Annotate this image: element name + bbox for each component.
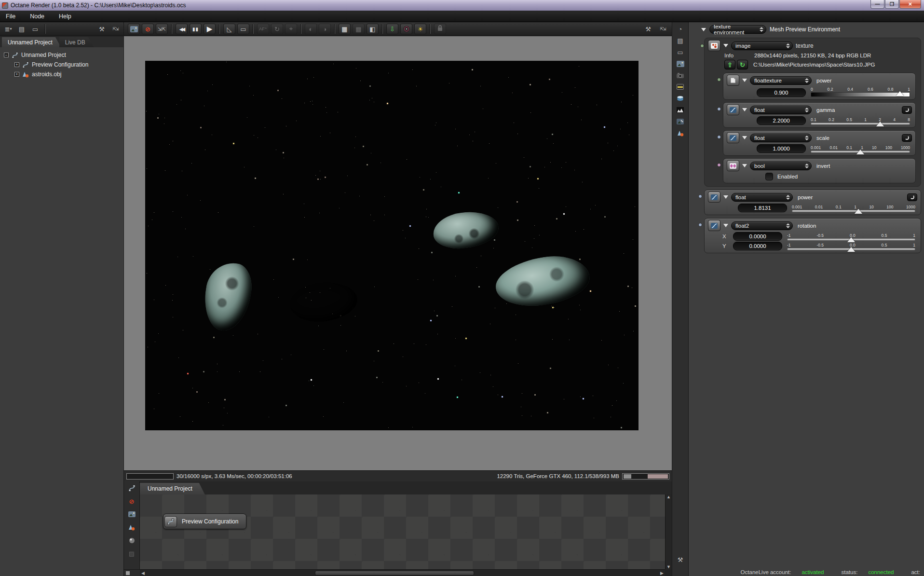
nodegraph-tool-icon[interactable] [126, 483, 137, 493]
stop-render-icon[interactable]: ⊘ [142, 24, 154, 34]
tab-unnamed-project[interactable]: Unnamed Project [2, 37, 61, 47]
slider-track[interactable] [811, 92, 910, 97]
chevron-down-icon[interactable] [723, 224, 728, 227]
render-target-icon[interactable]: ◔ [675, 24, 686, 34]
scroll-up-icon[interactable]: ▲ [666, 494, 671, 499]
imager-icon[interactable] [675, 117, 686, 126]
scroll-down-icon[interactable]: ▼ [666, 564, 671, 569]
duplicate-icon[interactable]: ▤ [675, 36, 686, 45]
slider-track[interactable] [787, 248, 915, 250]
restore-button[interactable]: ❐ [885, 0, 899, 9]
spinner-icon[interactable] [805, 78, 809, 83]
menu-node[interactable]: Node [30, 13, 44, 20]
image-node-icon[interactable] [708, 40, 720, 51]
minimize-button[interactable]: — [870, 0, 884, 9]
param-type-dropdown[interactable]: float2 [731, 221, 793, 230]
record-icon[interactable] [400, 24, 412, 34]
pause-icon[interactable]: ▮▮ [190, 24, 202, 34]
tree-row-project[interactable]: − Unnamed Project [0, 50, 123, 60]
slider[interactable]: 00.20.40.60.81 [811, 87, 912, 97]
param-type-dropdown[interactable]: floattexture [750, 76, 812, 85]
slider[interactable]: -1-0.50.00.51 [787, 233, 917, 241]
slider-marker[interactable] [876, 122, 884, 126]
stop-icon[interactable]: ⊘ [126, 496, 137, 506]
restart-render-icon[interactable]: ⇲⇱ [156, 24, 168, 34]
float-curve-icon[interactable] [708, 220, 720, 231]
render-view[interactable] [145, 61, 639, 430]
root-type-dropdown[interactable]: texture environment [709, 25, 766, 34]
node-pin[interactable] [717, 107, 721, 111]
image-type-dropdown[interactable]: image [731, 41, 793, 50]
mesh-icon[interactable] [675, 128, 686, 138]
tree-row-preview-configuration[interactable]: + Preview Configuration [0, 60, 123, 69]
slider[interactable]: -1-0.50.00.51 [787, 243, 917, 250]
tree-row-astroids-obj[interactable]: + astroids.obj [0, 69, 123, 79]
pick-focus-icon[interactable]: ⌖ [285, 24, 297, 34]
slider[interactable]: 0.0010.010.11101001000 [811, 145, 912, 153]
value-field-x[interactable]: 0.0000 [733, 232, 782, 241]
image-icon[interactable] [675, 59, 686, 69]
link-nodes-icon[interactable]: ▭ [675, 47, 686, 57]
slider-marker[interactable] [856, 150, 864, 154]
sun-light-icon[interactable]: ☀ [414, 24, 426, 34]
save-image-icon[interactable]: ⇩ [386, 24, 398, 34]
spinner-icon[interactable] [786, 195, 790, 200]
scrollbar-thumb[interactable] [315, 571, 474, 576]
scroll-left-icon[interactable]: ◀ [140, 571, 146, 576]
chevron-down-icon[interactable] [742, 136, 747, 139]
chevron-down-icon[interactable] [742, 164, 747, 167]
param-type-dropdown[interactable]: float [731, 193, 793, 202]
float-curve-icon[interactable] [727, 132, 739, 143]
expand-icon[interactable]: + [14, 62, 19, 67]
environment-icon[interactable] [675, 94, 686, 103]
scroll-right-icon[interactable]: ▶ [659, 571, 665, 576]
spinner-icon[interactable] [805, 108, 809, 112]
checker-b-icon[interactable]: ▩ [353, 24, 365, 34]
material-preview-icon[interactable] [126, 535, 137, 545]
tab-nodegraph-project[interactable]: Unnamed Project [140, 483, 205, 494]
spinner-icon[interactable] [760, 27, 763, 32]
response-curve-button[interactable] [902, 134, 912, 142]
link-nodes-icon[interactable]: ▭ [30, 24, 41, 34]
node-pin[interactable] [717, 78, 721, 82]
chevron-down-icon[interactable] [701, 28, 706, 31]
float-curve-icon[interactable] [727, 104, 739, 115]
picture-icon[interactable] [128, 24, 140, 34]
image-preview-icon[interactable] [126, 509, 137, 519]
slider[interactable]: 0.10.20.51248 [811, 117, 912, 125]
histogram-icon[interactable] [675, 105, 686, 115]
menu-file[interactable]: File [6, 13, 15, 20]
param-type-dropdown[interactable]: float [750, 134, 812, 142]
slider-track[interactable] [787, 238, 915, 241]
horizontal-scrollbar[interactable]: ◀ ▶ [140, 569, 665, 576]
response-curve-button[interactable] [902, 106, 912, 114]
node-pin[interactable] [698, 194, 702, 198]
float-curve-icon[interactable] [708, 192, 720, 203]
play-icon[interactable]: ▶ [204, 24, 216, 34]
spinner-icon[interactable] [805, 136, 809, 140]
slider-marker[interactable] [847, 247, 855, 252]
wrench-icon[interactable]: ⚒ [643, 24, 653, 34]
wrench-icon[interactable]: ⚒ [96, 24, 107, 34]
floattexture-icon[interactable] [727, 75, 739, 86]
split-view-icon[interactable]: ◧ [367, 24, 379, 34]
value-field[interactable]: 1.8131 [738, 204, 787, 212]
duplicate-icon[interactable]: ▤ [16, 24, 27, 34]
ruler-icon[interactable]: ◺ [223, 24, 235, 34]
chevron-down-icon[interactable] [723, 195, 728, 199]
alpha-checker-icon[interactable]: ▦ [339, 24, 351, 34]
slider-marker[interactable] [855, 209, 862, 214]
chevron-down-icon[interactable] [723, 44, 728, 47]
sphere-b-icon[interactable]: ◑ [319, 24, 331, 34]
expand-icon[interactable]: ⇱⇲ [110, 24, 121, 34]
rewind-icon[interactable]: ◀◀ [176, 24, 188, 34]
node-pin[interactable] [717, 163, 721, 167]
close-button[interactable]: ✕ [899, 0, 921, 9]
slider-track[interactable] [811, 151, 910, 153]
value-field[interactable]: 1.0000 [757, 144, 806, 153]
node-pin[interactable] [717, 135, 721, 139]
slider[interactable]: 0.0010.010.11101001000 [792, 205, 917, 212]
node-preview-configuration[interactable]: Preview Configuration [163, 514, 246, 529]
tree-list-icon[interactable]: ≣▾ [3, 24, 14, 34]
expand-icon[interactable]: + [14, 72, 19, 77]
